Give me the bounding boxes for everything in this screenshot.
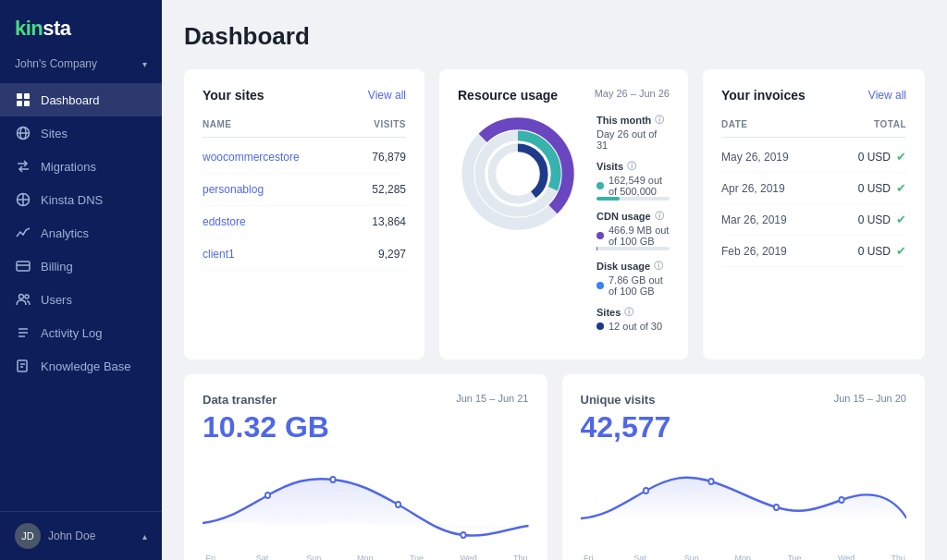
info-icon: ⓘ: [624, 306, 633, 319]
site-row: woocommercestore 76,879: [203, 141, 406, 174]
sidebar-item-label-migrations: Migrations: [41, 160, 96, 174]
bottom-cards-row: Data transfer Jun 15 – Jun 21 10.32 GB: [184, 374, 925, 560]
unique-visits-value: 42,577: [581, 410, 907, 444]
sidebar-item-knowledge-base[interactable]: Knowledge Base: [0, 349, 162, 383]
unique-visits-chart: [581, 454, 907, 546]
sidebar-nav: Dashboard Sites Migrations: [0, 83, 162, 511]
data-transfer-value: 10.32 GB: [203, 410, 529, 444]
sidebar-item-activity-log[interactable]: Activity Log: [0, 316, 162, 349]
invoice-amount: 0 USD ✔: [858, 181, 906, 195]
stat-visits-label: Visits ⓘ: [596, 160, 670, 173]
svg-point-26: [461, 532, 465, 538]
check-icon: ✔: [896, 244, 906, 258]
stat-cdn-label: CDN usage ⓘ: [596, 210, 670, 223]
x-label: Mon6/17: [357, 554, 374, 560]
check-icon: ✔: [896, 181, 906, 195]
x-label: Wed6/19: [838, 554, 855, 560]
stat-sites: Sites ⓘ 12 out of 30: [596, 306, 670, 332]
site-name[interactable]: personablog: [203, 183, 264, 196]
book-icon: [15, 358, 31, 374]
svg-point-27: [643, 488, 647, 493]
resource-card: Resource usage May 26 – Jun 26: [439, 69, 688, 359]
data-transfer-card: Data transfer Jun 15 – Jun 21 10.32 GB: [184, 374, 547, 560]
logo: kinsta: [15, 17, 147, 41]
svg-rect-3: [24, 101, 30, 106]
sites-card-title: Your sites: [203, 88, 264, 103]
stat-visits: Visits ⓘ 162,549 out of 500,000: [596, 160, 670, 201]
unique-visits-header: Unique visits Jun 15 – Jun 20: [581, 393, 907, 407]
svg-point-10: [19, 295, 24, 299]
info-icon: ⓘ: [627, 160, 636, 173]
disk-dot: [596, 282, 604, 289]
site-row: personablog 52,285: [203, 174, 406, 206]
site-row: client1 9,297: [203, 238, 406, 271]
user-info: JD John Doe: [15, 523, 95, 549]
globe-icon: [15, 125, 31, 141]
donut-chart: [458, 114, 578, 234]
donut-svg: [458, 114, 578, 234]
stat-disk-value: 7.86 GB out of 100 GB: [596, 274, 670, 297]
chevron-up-icon: ▴: [142, 531, 147, 542]
sidebar-item-sites[interactable]: Sites: [0, 116, 162, 150]
site-name[interactable]: woocommercestore: [203, 151, 300, 164]
sidebar-item-migrations[interactable]: Migrations: [0, 150, 162, 183]
list-icon: [15, 324, 31, 341]
invoices-card: Your invoices View all DATE TOTAL May 26…: [703, 69, 925, 359]
sites-col-name: NAME: [203, 119, 231, 129]
site-visits: 76,879: [372, 151, 406, 164]
company-selector[interactable]: John's Company ▾: [0, 50, 162, 83]
x-label: Fri6/14: [581, 554, 597, 560]
visits-dot: [596, 182, 604, 189]
sidebar-item-users[interactable]: Users: [0, 283, 162, 316]
site-name[interactable]: eddstore: [203, 215, 246, 228]
users-icon: [15, 291, 31, 308]
sidebar: kinsta John's Company ▾ Dashboard Sites: [0, 0, 162, 560]
sites-table-header: NAME VISITS: [203, 116, 406, 138]
arrow-transfer-icon: [15, 158, 31, 175]
data-transfer-title: Data transfer: [203, 393, 277, 407]
sidebar-item-billing[interactable]: Billing: [0, 250, 162, 283]
svg-rect-0: [17, 93, 22, 99]
svg-rect-2: [17, 101, 22, 106]
data-transfer-date: Jun 15 – Jun 21: [456, 393, 528, 404]
stat-this-month: This month ⓘ Day 26 out of 31: [596, 114, 670, 151]
invoices-list: May 26, 2019 0 USD ✔ Apr 26, 2019 0 USD …: [721, 141, 906, 267]
sites-card-header: Your sites View all: [203, 88, 406, 103]
invoice-date: Feb 26, 2019: [721, 245, 787, 258]
x-label: Fri6/14: [203, 554, 219, 560]
visits-progress-bar: [596, 197, 670, 201]
sites-col-visits: VISITS: [374, 119, 406, 129]
invoices-view-all[interactable]: View all: [868, 89, 906, 102]
svg-point-29: [773, 505, 778, 510]
svg-point-25: [396, 502, 400, 507]
data-transfer-chart: [203, 454, 529, 546]
cdn-dot: [596, 232, 604, 239]
svg-point-30: [839, 497, 843, 503]
invoice-row: Apr 26, 2019 0 USD ✔: [721, 173, 906, 204]
unique-visits-x-labels: Fri6/14 Sat6/15 Sun6/16 Mon6/17 Tue6/18 …: [581, 554, 907, 560]
grid-icon: [15, 91, 31, 108]
svg-point-23: [265, 493, 270, 498]
chevron-down-icon: ▾: [142, 59, 147, 69]
dns-icon: [15, 191, 31, 208]
sites-dot: [596, 323, 604, 330]
sidebar-item-analytics[interactable]: Analytics: [0, 216, 162, 250]
sidebar-item-dashboard[interactable]: Dashboard: [0, 83, 162, 116]
x-label: Sat6/15: [632, 554, 648, 560]
sites-view-all[interactable]: View all: [368, 89, 406, 102]
site-name[interactable]: client1: [203, 248, 235, 261]
site-visits: 9,297: [378, 248, 406, 261]
info-icon: ⓘ: [654, 260, 663, 273]
site-visits: 13,864: [372, 215, 406, 228]
sidebar-item-kinsta-dns[interactable]: Kinsta DNS: [0, 183, 162, 216]
info-icon: ⓘ: [655, 210, 664, 223]
sites-list: woocommercestore 76,879 personablog 52,2…: [203, 141, 406, 271]
sidebar-item-label-knowledge-base: Knowledge Base: [41, 359, 131, 373]
invoices-card-title: Your invoices: [721, 88, 806, 103]
page-title: Dashboard: [184, 22, 925, 51]
stat-cdn: CDN usage ⓘ 466.9 MB out of 100 GB: [596, 210, 670, 250]
x-label: Sat6/15: [254, 554, 271, 560]
sidebar-item-label-activity-log: Activity Log: [41, 326, 102, 340]
invoice-amount: 0 USD ✔: [858, 244, 906, 258]
x-label: Mon6/17: [735, 554, 752, 560]
